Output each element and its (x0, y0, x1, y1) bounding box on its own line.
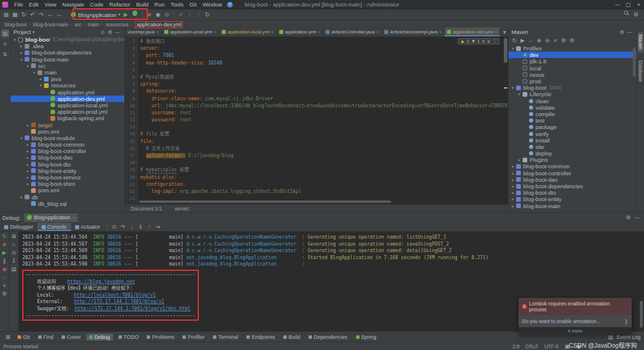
download-icon[interactable]: ↓ (527, 36, 535, 45)
chevron-right-icon[interactable]: ▸ (19, 49, 24, 56)
chevron-right-icon[interactable]: ▸ (25, 168, 30, 174)
chevron-right-icon[interactable]: ▸ (510, 203, 516, 209)
save-all-icon[interactable]: ▦ (11, 11, 19, 19)
run-icon[interactable]: ▶ (121, 11, 130, 19)
debug-tab-console[interactable]: Console (38, 223, 71, 231)
editor-tab[interactable]: application-local.yml× (219, 28, 277, 36)
run-to-cursor-icon[interactable]: ⇒ (154, 223, 162, 231)
project-tree-item[interactable]: ▾resources (11, 82, 124, 89)
forward-icon[interactable]: → (55, 11, 63, 19)
editor-tab[interactable]: application-dev.yml× (445, 28, 500, 36)
profile-checkbox[interactable] (523, 79, 527, 84)
debug-session-tab[interactable]: BlogApplication × (24, 213, 78, 222)
close-icon[interactable]: × (377, 29, 379, 35)
warning-stripe-mark[interactable] (504, 87, 507, 89)
toolwindow-cover[interactable]: Cover (59, 334, 84, 341)
breadcrumb-item[interactable]: main (88, 22, 100, 28)
maven-tree-item[interactable]: ▸Plugins (509, 157, 636, 163)
pull-requests-icon[interactable]: ⇅ (1, 50, 9, 59)
maven-tree-item[interactable]: ▸blog-boot-controller (509, 170, 636, 176)
locate-icon[interactable]: ⊙ (99, 28, 106, 36)
project-tree-item[interactable]: db_blog.sql (11, 201, 124, 207)
toolwindow-profiler[interactable]: Profiler (179, 334, 208, 341)
find-icon[interactable]: ⊙ (10, 250, 18, 256)
breadcrumb-item[interactable]: blog-boot-main (33, 22, 68, 28)
menu-file[interactable]: File (11, 1, 26, 8)
chevron-down-icon[interactable]: ▾ (500, 28, 508, 36)
commit-icon[interactable]: ✓ (177, 11, 185, 19)
editor-body[interactable]: 1234567891011121314151617181920212223 # … (125, 37, 508, 204)
chevron-right-icon[interactable]: ▸ (25, 174, 30, 181)
project-tree-item[interactable]: ▾src (11, 63, 124, 69)
console-link[interactable]: https://blog.javadog.net (67, 279, 135, 284)
settings-icon[interactable]: ⚙ (1, 291, 9, 297)
debug-tab-actuator[interactable]: Actuator (71, 223, 105, 231)
chevron-right-icon[interactable]: ▸ (25, 122, 30, 128)
maven-tree-item[interactable]: compile (509, 111, 636, 117)
maximize-window-icon[interactable]: ▢ (623, 0, 633, 9)
maven-tree-item[interactable]: nexus (509, 72, 636, 78)
scroll-end-icon[interactable]: ↧ (10, 258, 18, 264)
breadcrumb-item[interactable]: blog-boot (5, 22, 27, 28)
structure-icon[interactable]: ≡ (1, 40, 9, 48)
toolwindow-switcher-icon[interactable]: ⊞ (4, 333, 12, 341)
project-tree-item[interactable]: ▾blog-boot-main (11, 56, 124, 63)
close-icon[interactable]: × (318, 29, 320, 35)
help-menu-icon[interactable]: ? (227, 2, 233, 8)
chevron-down-icon[interactable]: ▾ (12, 36, 18, 43)
coverage-icon[interactable]: ◉ (154, 11, 162, 19)
execute-icon[interactable]: ▶ (518, 36, 527, 45)
thread-dump-icon[interactable]: ≡ (1, 283, 9, 289)
close-icon[interactable]: × (213, 29, 216, 35)
close-icon[interactable]: × (272, 29, 274, 35)
maven-tree-item[interactable]: ▸blog-boot-dao (509, 176, 636, 183)
chevron-down-icon[interactable]: ▾ (19, 56, 24, 63)
breadcrumb-item[interactable]: application-dev.yml (135, 21, 183, 28)
profiler-icon[interactable]: ⊙ (162, 11, 171, 19)
run-configuration-combo[interactable]: BlogApplication ▾ (70, 12, 121, 18)
sync-icon[interactable]: ↻ (510, 36, 518, 45)
editor-tab[interactable]: application.yml× (277, 28, 323, 36)
caret-position[interactable]: 2:8 (513, 344, 520, 349)
profile-checkbox[interactable] (523, 66, 527, 70)
menu-refactor[interactable]: Refactor (106, 1, 133, 8)
toolwindow-dependencies[interactable]: Dependencies (306, 334, 351, 341)
chevron-down-icon[interactable]: ▾ (517, 91, 522, 97)
maven-tree-item[interactable]: ▾blog-boot(root) (509, 84, 636, 91)
settings-icon[interactable]: ⚙ (624, 213, 633, 222)
project-tree-item[interactable]: ▾blog-boot-module (11, 135, 124, 141)
settings-icon[interactable]: ⚙ (632, 11, 640, 19)
project-icon[interactable]: ▤ (1, 29, 9, 38)
toolwindow-todo[interactable]: TODO (116, 334, 142, 341)
maven-tree-item[interactable]: install (509, 137, 636, 144)
project-tree-item[interactable]: application-dev.yml (11, 96, 124, 102)
project-tree-item[interactable]: ▾db (11, 194, 124, 201)
chevron-right-icon[interactable]: ▸ (510, 163, 516, 169)
redo-icon[interactable]: ↷ (37, 11, 46, 19)
right-strip-maven[interactable]: Maven (638, 32, 643, 52)
chevron-right-icon[interactable]: ▸ (38, 76, 43, 82)
maven-tree-item[interactable]: ▸blog-boot-entity (509, 196, 636, 202)
prev-chevron-icon[interactable]: ∧ (482, 39, 485, 44)
maven-tree-item[interactable]: ▸blog-boot-main (509, 203, 636, 209)
console-link[interactable]: http://localhost:7001/blog/v1 (74, 293, 156, 298)
maven-tree-item[interactable]: prod (509, 78, 636, 84)
maven-tree-item[interactable]: jdk-1.8 (509, 58, 636, 64)
console-link[interactable]: http://172.17.144.1:7001/blog/v1/doc.htm… (74, 306, 190, 311)
toolwindow-git[interactable]: Git (15, 334, 33, 341)
notification-action[interactable]: Do you want to enable annotation… (522, 318, 601, 324)
back-icon[interactable]: ← (46, 11, 55, 19)
minimize-window-icon[interactable]: — (612, 0, 623, 9)
close-icon[interactable]: × (494, 29, 497, 35)
chevron-down-icon[interactable]: ▾ (25, 63, 30, 69)
maven-tree-item[interactable]: deploy (509, 150, 636, 157)
project-tree[interactable]: ▾blog-bootE:\work\git\javadog\blog\blog-… (11, 36, 124, 212)
encoding-indicator[interactable]: UTF-8 (544, 344, 558, 349)
more-icon[interactable]: ⋮ (492, 39, 497, 44)
project-tree-item[interactable]: ▸.idea (11, 43, 124, 49)
maven-tree-item[interactable]: validate (509, 104, 636, 111)
chevron-down-icon[interactable]: ▾ (510, 45, 516, 52)
maven-tree-item[interactable]: local (509, 65, 636, 72)
profile-checkbox[interactable] (523, 59, 527, 64)
project-tree-item[interactable]: ▸blog-boot-controller (11, 148, 124, 154)
